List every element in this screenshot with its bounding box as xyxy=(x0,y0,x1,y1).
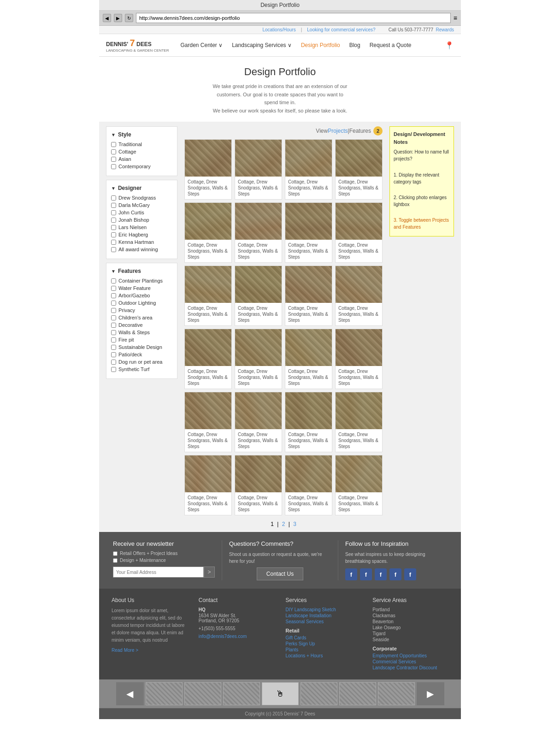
filter-sustainable[interactable]: Sustainable Design xyxy=(111,344,172,350)
filter-eric[interactable]: Eric Hagberg xyxy=(111,232,172,237)
gallery-item[interactable]: Cottage, Drew Snodgrass, Walls & Steps xyxy=(285,139,332,200)
service-installation[interactable]: Landscape Installation xyxy=(286,613,362,618)
nav-request-quote[interactable]: Request a Quote xyxy=(370,42,412,48)
filter-patio[interactable]: Patio/deck xyxy=(111,352,172,357)
filter-darla[interactable]: Darla McGary xyxy=(111,202,172,208)
back-button[interactable]: ◀ xyxy=(103,14,111,22)
gallery-item[interactable]: Cottage, Drew Snodgrass, Walls & Steps xyxy=(184,392,232,452)
filter-fire[interactable]: Fire pit xyxy=(111,337,172,342)
gallery-item[interactable]: Cottage, Drew Snodgrass, Walls & Steps xyxy=(285,266,332,326)
filter-all-award[interactable]: All award winning xyxy=(111,247,172,252)
forward-button[interactable]: ▶ xyxy=(114,14,122,22)
locations-link[interactable]: Locations/Hours xyxy=(262,27,295,32)
newsletter-design[interactable]: Design + Maintenance xyxy=(113,558,215,563)
retail-plants[interactable]: Plants xyxy=(286,647,362,652)
nav-blog[interactable]: Blog xyxy=(349,42,360,48)
filter-lars[interactable]: Lars Nielsen xyxy=(111,224,172,230)
thumb-1[interactable] xyxy=(146,682,183,705)
refresh-button[interactable]: ↻ xyxy=(125,14,133,22)
filter-outdoor[interactable]: Outdoor Lighting xyxy=(111,300,172,306)
page-3-link[interactable]: 3 xyxy=(293,521,296,527)
retail-locations[interactable]: Locations + Hours xyxy=(286,653,362,658)
service-diy[interactable]: DIY Landscaping Sketch xyxy=(286,607,362,612)
filter-asian[interactable]: Asian xyxy=(111,156,172,162)
email-submit-button[interactable]: > xyxy=(204,567,215,578)
gallery-item[interactable]: Cottage, Drew Snodgrass, Walls & Steps xyxy=(235,392,282,452)
newsletter-retail[interactable]: Retail Offers + Project Ideas xyxy=(113,551,215,556)
facebook-icon-4[interactable]: f xyxy=(389,568,401,580)
email-link[interactable]: info@dennis7dees.com xyxy=(199,634,247,639)
filter-arbor[interactable]: Arbor/Gazebo xyxy=(111,293,172,298)
gallery-item[interactable]: Cottage, Drew Snodgrass, Walls & Steps xyxy=(184,139,232,200)
gallery-item[interactable]: Cottage, Drew Snodgrass, Walls & Steps xyxy=(235,455,282,515)
nav-landscaping-services[interactable]: Landscaping Services ∨ xyxy=(232,42,292,48)
browser-menu-icon[interactable]: ≡ xyxy=(454,14,457,22)
nav-design-portfolio[interactable]: Design Portfolio xyxy=(301,42,340,48)
corp-commercial[interactable]: Commercial Services xyxy=(372,659,448,664)
filter-dog[interactable]: Dog run or pet area xyxy=(111,359,172,365)
filter-decorative[interactable]: Decorative xyxy=(111,322,172,328)
style-filter-title: ▼ Style xyxy=(111,131,172,138)
gallery-item[interactable]: Cottage, Drew Snodgrass, Walls & Steps xyxy=(184,455,232,515)
filter-synthetic[interactable]: Synthetic Turf xyxy=(111,366,172,372)
facebook-icon-1[interactable]: f xyxy=(345,568,357,580)
gallery-item[interactable]: Cottage, Drew Snodgrass, Walls & Steps xyxy=(184,202,232,263)
thumb-prev[interactable]: ◀ xyxy=(116,682,144,705)
gallery-item[interactable]: Cottage, Drew Snodgrass, Walls & Steps xyxy=(235,266,282,326)
facebook-icon-3[interactable]: f xyxy=(375,568,387,580)
gallery-item[interactable]: Cottage, Drew Snodgrass, Walls & Steps xyxy=(235,329,282,389)
filter-water[interactable]: Water Feature xyxy=(111,285,172,291)
filter-walls[interactable]: Walls & Steps xyxy=(111,330,172,335)
copyright-bar: Copyright (c) 2015 Dennis' 7 Dees xyxy=(99,708,461,719)
thumb-5[interactable] xyxy=(339,682,376,705)
gallery-item[interactable]: Cottage, Drew Snodgrass, Walls & Steps xyxy=(335,455,383,515)
gallery-item[interactable]: Cottage, Drew Snodgrass, Walls & Steps xyxy=(335,392,383,452)
thumb-2[interactable] xyxy=(184,682,221,705)
gallery-item[interactable]: Cottage, Drew Snodgrass, Walls & Steps xyxy=(335,202,383,263)
filter-kenna[interactable]: Kenna Hartman xyxy=(111,239,172,245)
rewards-link[interactable]: Rewards xyxy=(436,27,454,32)
page-1[interactable]: 1 xyxy=(271,521,274,527)
commercial-link[interactable]: Looking for commercial services? xyxy=(307,27,375,32)
projects-link[interactable]: Projects xyxy=(328,128,348,134)
filter-contemporary[interactable]: Contemporary xyxy=(111,164,172,169)
contact-us-button[interactable]: Contact Us xyxy=(257,567,303,580)
service-seasonal[interactable]: Seasonal Services xyxy=(286,619,362,624)
designer-filter-title: ▼ Designer xyxy=(111,185,172,191)
corp-contractor[interactable]: Landscape Contractor Discount xyxy=(372,665,448,670)
retail-gift[interactable]: Gift Cards xyxy=(286,635,362,640)
filter-traditional[interactable]: Traditional xyxy=(111,142,172,147)
gallery-item[interactable]: Cottage, Drew Snodgrass, Walls & Steps xyxy=(285,455,332,515)
gallery-item[interactable]: Cottage, Drew Snodgrass, Walls & Steps xyxy=(285,202,332,263)
phone-label: Call Us 503-777-7777 Rewards xyxy=(389,27,454,32)
filter-drew[interactable]: Drew Snodgrass xyxy=(111,195,172,201)
thumb-3[interactable] xyxy=(223,682,260,705)
address-bar[interactable] xyxy=(136,13,451,23)
nav-garden-center[interactable]: Garden Center ∨ xyxy=(180,42,223,48)
facebook-icon-2[interactable]: f xyxy=(360,568,372,580)
read-more-link[interactable]: Read More > xyxy=(112,648,138,653)
gallery-item[interactable]: Cottage, Drew Snodgrass, Walls & Steps xyxy=(335,329,383,389)
gallery-item[interactable]: Cottage, Drew Snodgrass, Walls & Steps xyxy=(335,139,383,200)
gallery-item[interactable]: Cottage, Drew Snodgrass, Walls & Steps xyxy=(235,139,282,200)
facebook-icon-5[interactable]: f xyxy=(404,568,416,580)
thumb-6[interactable] xyxy=(378,682,415,705)
gallery-item[interactable]: Cottage, Drew Snodgrass, Walls & Steps xyxy=(184,329,232,389)
filter-container[interactable]: Container Plantings xyxy=(111,278,172,283)
filter-children[interactable]: Children's area xyxy=(111,315,172,320)
filter-jonah[interactable]: Jonah Bishop xyxy=(111,217,172,223)
gallery-item[interactable]: Cottage, Drew Snodgrass, Walls & Steps xyxy=(184,266,232,326)
page-2-link[interactable]: 2 xyxy=(282,521,285,527)
gallery-item[interactable]: Cottage, Drew Snodgrass, Walls & Steps xyxy=(235,202,282,263)
filter-privacy[interactable]: Privacy xyxy=(111,307,172,313)
filter-cottage[interactable]: Cottage xyxy=(111,149,172,154)
corp-employment[interactable]: Employment Opportunities xyxy=(372,653,448,658)
gallery-item[interactable]: Cottage, Drew Snodgrass, Walls & Steps xyxy=(335,266,383,326)
thumb-next[interactable]: ▶ xyxy=(417,682,444,705)
thumb-4[interactable] xyxy=(301,682,337,705)
filter-john[interactable]: John Curtis xyxy=(111,210,172,215)
gallery-item[interactable]: Cottage, Drew Snodgrass, Walls & Steps xyxy=(285,392,332,452)
retail-perks[interactable]: Perks Sign Up xyxy=(286,641,362,646)
gallery-item[interactable]: Cottage, Drew Snodgrass, Walls & Steps xyxy=(285,329,332,389)
email-input[interactable] xyxy=(113,567,204,578)
